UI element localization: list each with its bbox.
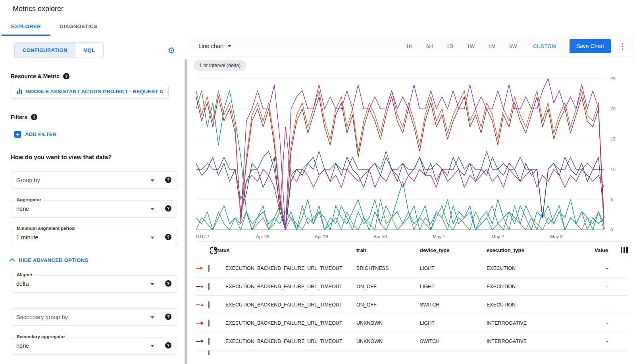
cell-device-type: LIGHT: [420, 266, 487, 271]
cell-device-type: SWITCH: [420, 339, 487, 344]
column-value[interactable]: Value: [595, 247, 610, 253]
row-checkbox[interactable]: [208, 301, 210, 308]
secondary-group-by-placeholder: Secondary group by: [16, 314, 68, 320]
range-6w-button[interactable]: 6W: [509, 43, 517, 49]
aggregator-label: Aggregator: [15, 197, 43, 202]
svg-text:May 2: May 2: [491, 234, 504, 239]
range-1d-button[interactable]: 1D: [446, 43, 453, 49]
svg-text:10: 10: [610, 167, 616, 172]
kebab-menu-icon[interactable]: ⋮: [619, 42, 626, 51]
save-chart-button[interactable]: Save Chart: [570, 39, 611, 53]
cell-trait: BRIGHTNESS: [356, 266, 420, 271]
cell-execution-type: EXECUTION: [487, 266, 582, 271]
help-icon-min-alignment[interactable]: ?: [165, 234, 171, 240]
cell-status: EXECUTION_BACKEND_FAILURE_URL_TIMEOUT: [225, 339, 356, 344]
column-execution-type[interactable]: execution_type: [487, 247, 582, 253]
aggregator-field[interactable]: Aggregator none ?: [11, 200, 177, 218]
line-chart-svg[interactable]: 0510152025UTC-7Apr 28Apr 29Apr 30May 1Ma…: [194, 73, 630, 241]
table-row[interactable]: ■ EXECUTION_BACKEND_FAILURE_URL_TIMEOUT …: [196, 259, 628, 277]
svg-text:5: 5: [610, 197, 613, 202]
range-1m-button[interactable]: 1M: [488, 43, 496, 49]
hide-advanced-options-button[interactable]: HIDE ADVANCED OPTIONS: [11, 257, 188, 263]
mql-toggle-button[interactable]: MQL: [75, 43, 103, 58]
left-panel-scrollbar[interactable]: [185, 59, 187, 364]
dropdown-caret-icon: [150, 345, 154, 347]
chevron-up-icon: [10, 258, 15, 264]
cell-status: EXECUTION_BACKEND_FAILURE_URL_TIMEOUT: [225, 284, 356, 289]
add-filter-button[interactable]: + ADD FILTER: [14, 131, 188, 138]
column-device-type[interactable]: device_type: [420, 247, 487, 253]
aligner-field[interactable]: Aligner delta ?: [11, 275, 177, 293]
column-trait[interactable]: trait: [356, 247, 420, 253]
aggregator-value: none: [16, 206, 29, 212]
svg-text:20: 20: [610, 106, 616, 111]
column-status[interactable]: status: [214, 247, 356, 253]
settings-gear-icon[interactable]: ⚙: [167, 46, 175, 54]
configuration-panel: CONFIGURATION MQL ⚙ Resource & Metric ? …: [0, 36, 188, 364]
series-marker-glyph: ◆: [200, 321, 203, 325]
help-icon-filters[interactable]: ?: [31, 114, 37, 120]
row-checkbox[interactable]: [208, 351, 210, 355]
bar-chart-icon: [17, 89, 22, 94]
column-settings-icon[interactable]: [621, 247, 628, 253]
cell-value: -: [606, 266, 610, 271]
table-header: ✓ status trait device_type execution_typ…: [196, 241, 628, 259]
row-checkbox[interactable]: [208, 320, 210, 327]
chart-area: 1 hr interval (delta) 0510152025UTC-7Apr…: [188, 56, 635, 241]
title-bar: Metrics explorer: [0, 0, 635, 18]
group-by-field[interactable]: Group by ?: [11, 171, 177, 189]
table-row[interactable]: ★ EXECUTION_BACKEND_FAILURE_URL_TIMEOUT …: [196, 277, 628, 296]
filters-label: Filters: [11, 114, 27, 120]
series-marker-icon: ✖: [196, 339, 208, 343]
table-row[interactable]: ▲ EXECUTION_BACKEND_FAILURE_URL_TIMEOUT …: [196, 296, 628, 314]
row-checkbox[interactable]: [208, 338, 210, 345]
help-icon-group-by[interactable]: ?: [165, 177, 171, 183]
range-6h-button[interactable]: 6H: [426, 43, 433, 49]
chevron-down-icon: [227, 45, 231, 47]
add-box-icon: +: [14, 131, 21, 138]
help-icon-secondary-group-by[interactable]: ?: [165, 314, 171, 320]
metric-chip[interactable]: GOOGLE ASSISTANT ACTION PROJECT - REQUES…: [11, 84, 169, 99]
svg-text:0: 0: [610, 227, 613, 232]
secondary-aggregator-field[interactable]: Secondary aggregator none ?: [11, 337, 177, 354]
range-custom-button[interactable]: CUSTOM: [533, 43, 556, 49]
chart-type-dropdown[interactable]: Line chart: [198, 43, 231, 49]
svg-text:Apr 30: Apr 30: [373, 234, 387, 239]
hide-advanced-options-label: HIDE ADVANCED OPTIONS: [19, 257, 88, 263]
row-checkbox[interactable]: [208, 265, 210, 272]
table-row[interactable]: ✖ EXECUTION_BACKEND_FAILURE_URL_TIMEOUT …: [196, 332, 628, 351]
mode-toggle: CONFIGURATION MQL: [14, 42, 104, 58]
configuration-toggle-button[interactable]: CONFIGURATION: [15, 43, 75, 58]
dropdown-caret-icon: [150, 237, 154, 239]
cell-trait: ON_OFF: [356, 302, 420, 308]
secondary-aggregator-label: Secondary aggregator: [15, 334, 67, 339]
svg-text:Apr 28: Apr 28: [256, 234, 269, 239]
cell-execution-type: INTERROGATIVE: [487, 320, 582, 326]
tab-bar: EXPLORER DIAGNOSTICS: [0, 18, 635, 36]
row-checkbox[interactable]: [208, 283, 210, 290]
min-alignment-field[interactable]: Minimum alignment period 1 minute ?: [11, 229, 177, 246]
svg-text:May 3: May 3: [550, 234, 562, 239]
cell-execution-type: EXECUTION: [487, 302, 582, 308]
help-icon-aligner[interactable]: ?: [165, 280, 171, 287]
dropdown-caret-icon: [150, 179, 154, 182]
dropdown-caret-icon: [150, 208, 154, 210]
series-marker-icon: ◆: [196, 321, 208, 325]
tab-explorer[interactable]: EXPLORER: [2, 18, 50, 36]
cell-trait: UNKNOWN: [356, 320, 420, 326]
range-1w-button[interactable]: 1W: [467, 43, 475, 49]
dropdown-caret-icon: [150, 316, 154, 319]
help-icon-resource-metric[interactable]: ?: [63, 73, 69, 79]
cell-device-type: LIGHT: [420, 320, 487, 326]
metric-chip-label: GOOGLE ASSISTANT ACTION PROJECT - REQUES…: [26, 89, 163, 94]
secondary-group-by-field[interactable]: Secondary group by ?: [11, 308, 177, 326]
range-1h-button[interactable]: 1H: [406, 43, 413, 49]
table-row[interactable]: ◆ EXECUTION_BACKEND_FAILURE_URL_TIMEOUT …: [196, 314, 628, 332]
resource-metric-label: Resource & Metric: [11, 73, 60, 79]
series-marker-glyph: ▲: [200, 302, 204, 307]
cell-status: EXECUTION_BACKEND_FAILURE_URL_TIMEOUT: [225, 320, 356, 326]
tab-diagnostics[interactable]: DIAGNOSTICS: [50, 18, 107, 36]
help-icon-secondary-aggregator[interactable]: ?: [165, 342, 171, 349]
cell-value: -: [606, 284, 610, 289]
help-icon-aggregator[interactable]: ?: [165, 205, 171, 212]
